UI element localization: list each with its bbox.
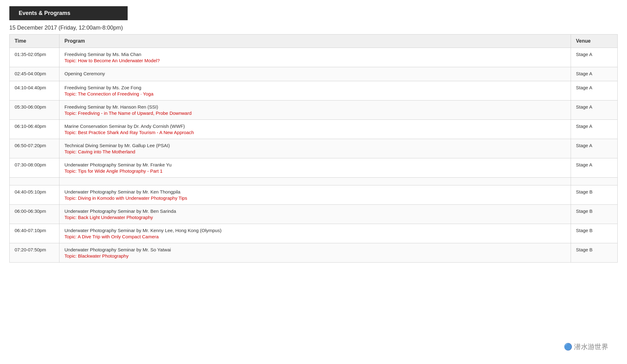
- row-program: Underwater Photography Seminar by Mr. Fr…: [59, 158, 571, 178]
- program-topic: Topic: The Connection of Freediving · Yo…: [64, 91, 566, 96]
- row-venue: Stage A: [571, 120, 618, 139]
- empty-time: [10, 178, 59, 185]
- row-time: 04:10-04:40pm: [10, 81, 59, 100]
- program-topic: Topic: Back Light Underwater Photography: [64, 215, 566, 220]
- program-topic: Topic: Caving into The Motherland: [64, 149, 566, 154]
- row-program: Freediving Seminar by Ms. Zoe FongTopic:…: [59, 81, 571, 100]
- program-title: Freediving Seminar by Mr. Hanson Ren (SS…: [64, 104, 566, 110]
- row-venue: Stage A: [571, 81, 618, 100]
- row-venue: Stage A: [571, 67, 618, 81]
- row-program: Marine Conservation Seminar by Dr. Andy …: [59, 120, 571, 139]
- program-title: Freediving Seminar by Ms. Mia Chan: [64, 52, 566, 57]
- row-time: 02:45-04:00pm: [10, 67, 59, 81]
- table-row: 01:35-02:05pmFreediving Seminar by Ms. M…: [10, 48, 618, 67]
- program-topic: Topic: Diving in Komodo with Underwater …: [64, 195, 566, 201]
- row-venue: Stage B: [571, 224, 618, 243]
- col-header-program: Program: [59, 35, 571, 48]
- program-title: Marine Conservation Seminar by Dr. Andy …: [64, 124, 566, 129]
- program-topic: Topic: Tips for Wide Angle Photography -…: [64, 168, 566, 174]
- table-row: 06:00-06:30pmUnderwater Photography Semi…: [10, 205, 618, 224]
- row-program: Freediving Seminar by Mr. Hanson Ren (SS…: [59, 100, 571, 120]
- date-header: 15 December 2017 (Friday, 12:00am-8:00pm…: [9, 25, 618, 31]
- page-title: Events & Programs: [9, 6, 128, 20]
- row-time: 06:00-06:30pm: [10, 205, 59, 224]
- program-title: Opening Ceremony: [64, 71, 566, 76]
- row-program: Underwater Photography Seminar by Mr. Ke…: [59, 185, 571, 205]
- row-program: Underwater Photography Seminar by Mr. So…: [59, 243, 571, 263]
- row-time: 06:40-07:10pm: [10, 224, 59, 243]
- program-topic: Topic: A Dive Trip with Only Compact Cam…: [64, 234, 566, 239]
- table-row: 05:30-06:00pmFreediving Seminar by Mr. H…: [10, 100, 618, 120]
- empty-program: [59, 178, 571, 185]
- col-header-venue: Venue: [571, 35, 618, 48]
- row-time: 01:35-02:05pm: [10, 48, 59, 67]
- program-title: Underwater Photography Seminar by Mr. Ke…: [64, 189, 566, 194]
- table-row: 02:45-04:00pmOpening CeremonyStage A: [10, 67, 618, 81]
- program-topic: Topic: Blackwater Photography: [64, 253, 566, 259]
- program-title: Underwater Photography Seminar by Mr. Fr…: [64, 162, 566, 167]
- col-header-time: Time: [10, 35, 59, 48]
- table-row: 04:40-05:10pmUnderwater Photography Semi…: [10, 185, 618, 205]
- row-program: Opening Ceremony: [59, 67, 571, 81]
- row-time: 06:50-07:20pm: [10, 139, 59, 158]
- row-venue: Stage A: [571, 100, 618, 120]
- row-venue: Stage B: [571, 185, 618, 205]
- row-program: Underwater Photography Seminar by Mr. Be…: [59, 205, 571, 224]
- table-row: [10, 178, 618, 185]
- watermark: 🔵 潜水游世界: [564, 342, 608, 352]
- row-time: 07:30-08:00pm: [10, 158, 59, 178]
- table-row: 06:10-06:40pmMarine Conservation Seminar…: [10, 120, 618, 139]
- program-title: Underwater Photography Seminar by Mr. Ke…: [64, 228, 566, 233]
- program-topic: Topic: How to Become An Underwater Model…: [64, 58, 566, 63]
- table-row: 04:10-04:40pmFreediving Seminar by Ms. Z…: [10, 81, 618, 100]
- table-row: 07:20-07:50pmUnderwater Photography Semi…: [10, 243, 618, 263]
- row-time: 07:20-07:50pm: [10, 243, 59, 263]
- table-row: 06:50-07:20pmTechnical Diving Seminar by…: [10, 139, 618, 158]
- row-venue: Stage A: [571, 48, 618, 67]
- program-topic: Topic: Best Practice Shark And Ray Touri…: [64, 130, 566, 135]
- table-header-row: Time Program Venue: [10, 35, 618, 48]
- program-title: Technical Diving Seminar by Mr. Gallup L…: [64, 143, 566, 148]
- program-title: Freediving Seminar by Ms. Zoe Fong: [64, 85, 566, 90]
- empty-venue: [571, 178, 618, 185]
- row-venue: Stage B: [571, 205, 618, 224]
- row-program: Technical Diving Seminar by Mr. Gallup L…: [59, 139, 571, 158]
- program-title: Underwater Photography Seminar by Mr. So…: [64, 247, 566, 252]
- events-table: Time Program Venue 01:35-02:05pmFreedivi…: [9, 34, 618, 263]
- row-venue: Stage A: [571, 139, 618, 158]
- table-row: 06:40-07:10pmUnderwater Photography Semi…: [10, 224, 618, 243]
- row-venue: Stage A: [571, 158, 618, 178]
- row-time: 06:10-06:40pm: [10, 120, 59, 139]
- program-topic: Topic: Freediving - in The Name of Upwar…: [64, 110, 566, 116]
- row-program: Freediving Seminar by Ms. Mia ChanTopic:…: [59, 48, 571, 67]
- row-time: 05:30-06:00pm: [10, 100, 59, 120]
- row-time: 04:40-05:10pm: [10, 185, 59, 205]
- row-program: Underwater Photography Seminar by Mr. Ke…: [59, 224, 571, 243]
- program-title: Underwater Photography Seminar by Mr. Be…: [64, 208, 566, 214]
- row-venue: Stage B: [571, 243, 618, 263]
- table-row: 07:30-08:00pmUnderwater Photography Semi…: [10, 158, 618, 178]
